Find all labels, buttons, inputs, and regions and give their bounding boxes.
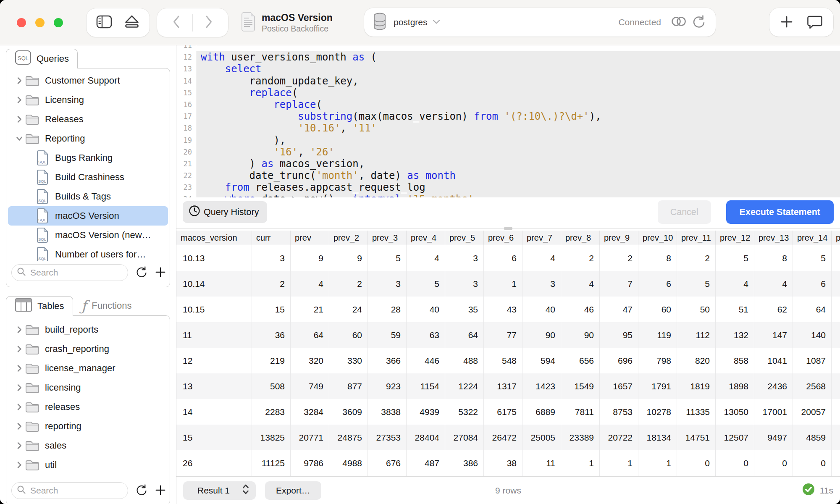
chevron-right-icon[interactable] (14, 403, 25, 411)
table-cell[interactable]: 7811 (561, 399, 600, 425)
tables-refresh-button[interactable] (136, 484, 147, 498)
table-cell[interactable]: 0 (754, 450, 793, 476)
table-cell[interactable]: 59 (368, 322, 407, 348)
table-cell[interactable]: 90 (522, 322, 561, 348)
table-cell[interactable]: 4 (291, 271, 329, 297)
column-header[interactable]: macos_version (176, 231, 252, 245)
queries-search-field[interactable] (11, 264, 128, 281)
code-line[interactable]: 13 select (176, 63, 840, 75)
column-header[interactable]: prev_11 (677, 231, 716, 245)
tree-item[interactable]: Releases (8, 110, 168, 129)
table-cell[interactable]: 219 (252, 348, 291, 373)
table-cell[interactable]: 1087 (793, 348, 832, 373)
table-cell[interactable]: 13 (176, 373, 252, 399)
tables-search-field[interactable] (11, 482, 128, 499)
column-header[interactable]: prev_8 (561, 231, 600, 245)
code-line[interactable]: 15 replace( (176, 87, 840, 99)
table-cell[interactable]: 112 (677, 322, 716, 348)
chevron-right-icon[interactable] (14, 461, 25, 469)
table-cell[interactable]: 1898 (716, 373, 754, 399)
column-header[interactable]: prev_12 (716, 231, 754, 245)
tables-add-button[interactable] (155, 485, 166, 497)
table-cell[interactable] (832, 322, 840, 348)
table-cell[interactable]: 51 (716, 297, 754, 322)
table-cell[interactable]: 18134 (638, 425, 677, 450)
execute-statement-button[interactable]: Execute Statement (726, 200, 834, 224)
table-cell[interactable]: 147 (754, 322, 793, 348)
connection-bar[interactable]: postgres Connected (364, 8, 716, 37)
table-cell[interactable]: 594 (522, 348, 561, 373)
chevron-right-icon[interactable] (14, 96, 25, 104)
table-cell[interactable] (832, 297, 840, 322)
table-cell[interactable]: 749 (291, 373, 329, 399)
table-cell[interactable]: 1154 (407, 373, 445, 399)
table-cell[interactable]: 27084 (445, 425, 484, 450)
tree-item[interactable]: Reporting (8, 129, 168, 148)
table-cell[interactable]: 4 (522, 245, 561, 271)
table-cell[interactable]: 9786 (291, 450, 329, 476)
table-cell[interactable]: 320 (291, 348, 329, 373)
table-cell[interactable] (832, 271, 840, 297)
tree-item[interactable]: Customer Support (8, 71, 168, 90)
chevron-right-icon[interactable] (14, 423, 25, 430)
query-history-button[interactable]: Query History (183, 201, 267, 223)
chevron-down-icon[interactable] (433, 18, 440, 26)
cancel-button[interactable]: Cancel (658, 200, 711, 224)
code-line[interactable]: 12with user_versions_month as ( (176, 51, 840, 63)
table-cell[interactable]: 5 (368, 245, 407, 271)
table-cell[interactable]: 13050 (716, 399, 754, 425)
table-cell[interactable]: 0 (677, 450, 716, 476)
table-cell[interactable]: 508 (252, 373, 291, 399)
table-cell[interactable]: 7 (600, 271, 638, 297)
table-cell[interactable]: 64 (291, 322, 329, 348)
export-button[interactable]: Export… (265, 481, 321, 500)
table-cell[interactable]: 3 (445, 271, 484, 297)
back-button[interactable] (165, 12, 187, 34)
table-cell[interactable]: 26 (176, 450, 252, 476)
table-cell[interactable]: 4988 (329, 450, 368, 476)
table-cell[interactable]: 90 (561, 322, 600, 348)
table-cell[interactable]: 11 (176, 322, 252, 348)
table-cell[interactable]: 64 (793, 297, 832, 322)
tree-item[interactable]: SQLBuild Crashiness (8, 168, 168, 187)
tree-item[interactable]: crash_reporting (8, 339, 168, 359)
table-cell[interactable]: 0 (716, 450, 754, 476)
table-cell[interactable]: 12 (176, 348, 252, 373)
table-cell[interactable]: 6 (638, 271, 677, 297)
tree-item[interactable]: util (8, 455, 168, 475)
tree-item[interactable]: licensing (8, 378, 168, 397)
table-cell[interactable]: 47 (600, 297, 638, 322)
code-line[interactable]: 19 ), (176, 134, 840, 146)
chevron-down-icon[interactable] (14, 136, 25, 141)
table-cell[interactable]: 2 (600, 245, 638, 271)
table-cell[interactable]: 5 (407, 271, 445, 297)
table-cell[interactable]: 38 (484, 450, 522, 476)
column-header[interactable]: prev_15 (832, 231, 840, 245)
tree-item[interactable]: SQLBugs Ranking (8, 148, 168, 168)
sql-editor[interactable]: 1112with user_versions_month as (13 sele… (176, 45, 840, 197)
table-cell[interactable]: 43 (484, 297, 522, 322)
table-cell[interactable]: 6175 (484, 399, 522, 425)
table-cell[interactable]: 1 (484, 271, 522, 297)
table-cell[interactable]: 119 (638, 322, 677, 348)
table-cell[interactable]: 13825 (252, 425, 291, 450)
column-header[interactable]: prev_14 (793, 231, 832, 245)
table-cell[interactable]: 1819 (677, 373, 716, 399)
table-cell[interactable]: 1 (561, 450, 600, 476)
tree-item[interactable]: SQLNumber of users for… (8, 245, 168, 261)
chevron-right-icon[interactable] (14, 116, 25, 123)
table-cell[interactable] (832, 399, 840, 425)
table-cell[interactable]: 9 (291, 245, 329, 271)
table-cell[interactable]: 487 (407, 450, 445, 476)
tree-item[interactable]: build_reports (8, 320, 168, 339)
tree-item[interactable]: SQLmacOS Version (new… (8, 226, 168, 245)
toggle-sidebar-button[interactable] (93, 12, 115, 34)
result-selector[interactable]: Result 1 (183, 481, 256, 500)
tree-item[interactable]: license_manager (8, 359, 168, 378)
table-cell[interactable]: 5 (716, 245, 754, 271)
table-cell[interactable]: 656 (561, 348, 600, 373)
table-cell[interactable]: 3 (368, 271, 407, 297)
table-cell[interactable]: 6 (484, 245, 522, 271)
table-cell[interactable]: 2 (329, 271, 368, 297)
column-header[interactable]: prev_3 (368, 231, 407, 245)
